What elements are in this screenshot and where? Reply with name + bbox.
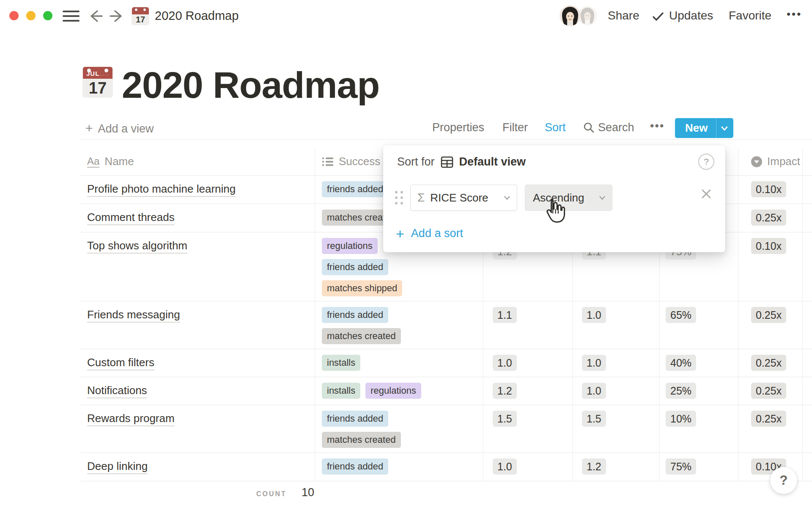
number-cell[interactable]: 1.0 [573, 377, 660, 405]
number-cell[interactable]: 25% [660, 377, 738, 405]
column-header-filler [803, 148, 812, 175]
number-cell[interactable]: 1.0 [483, 453, 573, 481]
number-cell[interactable]: 1.2 [573, 453, 660, 481]
forward-arrow-icon[interactable] [109, 8, 124, 24]
tag-friends-added: friends added [322, 181, 388, 197]
table-footer: COUNT 10 [80, 478, 812, 508]
value-chip: 25% [666, 383, 696, 399]
impact-cell[interactable]: 0.25x [738, 405, 803, 453]
window-close-button[interactable] [9, 11, 19, 20]
success-metrics-cell[interactable]: friends addedmatches created [315, 405, 483, 453]
page-link[interactable]: Custom filters [87, 356, 154, 370]
tag-matches-created: matches created [322, 328, 401, 344]
add-view-button[interactable]: +Add a view [85, 121, 154, 135]
name-cell[interactable]: Notifications [80, 377, 315, 405]
avatar[interactable] [560, 5, 581, 26]
chevron-down-icon[interactable] [716, 123, 733, 133]
impact-select-chip: 0.25x [751, 383, 786, 399]
impact-select-chip: 0.10x [751, 238, 786, 254]
window-zoom-button[interactable] [43, 11, 52, 20]
sidebar-menu-icon[interactable] [63, 11, 80, 22]
name-cell[interactable]: Profile photo machine learning [80, 176, 315, 204]
count-label[interactable]: COUNT [256, 490, 287, 498]
view-more-options-icon[interactable]: ••• [650, 119, 664, 133]
page-link[interactable]: Comment threads [87, 211, 175, 225]
number-cell[interactable]: 1.5 [573, 405, 660, 453]
new-button[interactable]: New [675, 118, 733, 138]
number-cell[interactable]: 1.0 [483, 349, 573, 377]
impact-cell[interactable]: 0.25x [738, 349, 803, 377]
more-options-icon[interactable]: ••• [787, 8, 802, 21]
select-property-icon [751, 156, 762, 167]
name-cell[interactable]: Top shows algorithm [80, 232, 315, 301]
updates-button[interactable]: Updates [669, 9, 713, 22]
number-cell[interactable]: 1.0 [573, 301, 660, 349]
value-chip: 1.2 [493, 383, 517, 399]
breadcrumb[interactable]: 2020 Roadmap [155, 9, 239, 23]
back-arrow-icon[interactable] [88, 8, 103, 24]
help-button[interactable]: ? [770, 467, 797, 494]
impact-cell[interactable]: 0.25x [738, 377, 803, 405]
impact-cell[interactable]: 0.25x [738, 301, 803, 349]
number-cell[interactable]: 10% [660, 405, 738, 453]
value-chip: 40% [666, 355, 696, 371]
success-metrics-cell[interactable]: installsregulations [315, 377, 483, 405]
page-link[interactable]: Deep linking [87, 460, 148, 474]
page-link[interactable]: Notifications [87, 384, 147, 398]
table-view-icon [441, 156, 453, 168]
tag-friends-added: friends added [322, 458, 388, 475]
success-metrics-cell[interactable]: friends added [315, 453, 483, 481]
properties-button[interactable]: Properties [432, 121, 484, 134]
page-title[interactable]: 2020 Roadmap [122, 64, 379, 107]
page-link[interactable]: Profile photo machine learning [87, 182, 236, 197]
number-cell[interactable]: 1.0 [573, 349, 660, 377]
number-cell[interactable]: 1.2 [483, 377, 573, 405]
name-cell[interactable]: Friends messaging [80, 301, 315, 349]
impact-select-chip: 0.25x [751, 210, 786, 226]
page-link[interactable]: Rewards program [87, 412, 175, 426]
count-value: 10 [302, 486, 314, 499]
impact-cell[interactable]: 0.10x [738, 232, 803, 301]
column-header-name[interactable]: Aa Name [80, 148, 315, 175]
sort-property-dropdown[interactable]: Σ RICE Score [410, 185, 517, 211]
row-filler [803, 377, 812, 405]
number-cell[interactable]: 40% [660, 349, 738, 377]
drag-handle-icon[interactable] [395, 191, 403, 204]
value-chip: 1.0 [582, 307, 606, 323]
number-cell[interactable]: 65% [660, 301, 738, 349]
sort-popup-header: Sort for Default view [397, 155, 526, 168]
name-cell[interactable]: Comment threads [80, 204, 315, 232]
remove-sort-icon[interactable] [700, 188, 713, 200]
row-filler [803, 176, 812, 204]
number-cell[interactable]: 1.5 [483, 405, 573, 453]
table-row: Deep linkingfriends added1.01.275%0.10x [80, 453, 812, 481]
name-cell[interactable]: Rewards program [80, 405, 315, 453]
name-cell[interactable]: Deep linking [80, 453, 315, 481]
search-button[interactable]: Search [583, 121, 634, 134]
window-minimize-button[interactable] [26, 11, 36, 20]
multiselect-property-icon [322, 157, 334, 167]
page-icon-calendar[interactable]: JUL ···· 17 [83, 67, 112, 97]
share-button[interactable]: Share [608, 9, 639, 22]
number-cell[interactable]: 1.1 [483, 301, 573, 349]
value-chip: 1.0 [582, 355, 606, 371]
add-sort-button[interactable]: + Add a sort [396, 227, 463, 240]
page-link[interactable]: Friends messaging [87, 308, 180, 323]
page-link[interactable]: Top shows algorithm [87, 239, 187, 254]
row-filler [803, 232, 812, 301]
success-metrics-cell[interactable]: friends addedmatches created [315, 301, 483, 349]
filter-button[interactable]: Filter [502, 121, 528, 134]
impact-cell[interactable]: 0.10x [738, 176, 803, 204]
row-filler [803, 349, 812, 377]
favorite-button[interactable]: Favorite [729, 9, 771, 22]
sort-button[interactable]: Sort [545, 121, 566, 134]
sort-help-button[interactable]: ? [698, 154, 714, 170]
sort-direction-dropdown[interactable]: Ascending [525, 185, 612, 211]
chevron-down-icon [502, 193, 512, 202]
success-metrics-cell[interactable]: installs [315, 349, 483, 377]
number-cell[interactable]: 75% [660, 453, 738, 481]
column-header-impact[interactable]: Impact [738, 148, 803, 175]
row-filler [803, 453, 812, 481]
impact-cell[interactable]: 0.25x [738, 204, 803, 232]
name-cell[interactable]: Custom filters [80, 349, 315, 377]
